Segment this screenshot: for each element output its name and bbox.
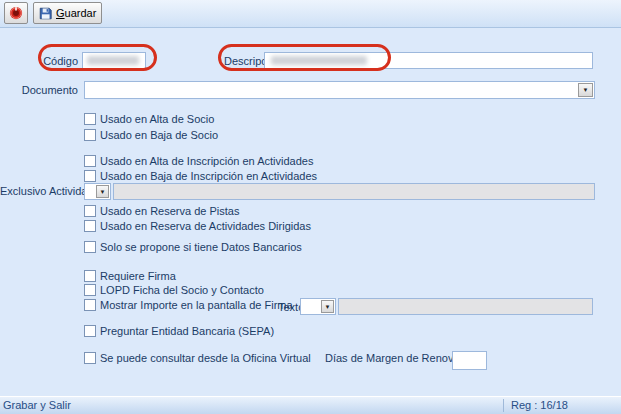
checkbox-usado-reserva-pistas[interactable] bbox=[84, 205, 96, 217]
checkbox-lopd[interactable] bbox=[84, 284, 96, 296]
checkbox-usado-alta-socio[interactable] bbox=[84, 113, 96, 125]
dropdown-arrow-icon[interactable]: ▼ bbox=[321, 300, 334, 313]
save-button[interactable]: Guardar bbox=[33, 2, 102, 24]
exit-button[interactable] bbox=[4, 2, 28, 24]
status-left-text: Grabar y Salir bbox=[3, 397, 71, 414]
exclusivo-actividad-label: Exclusivo Actividad bbox=[0, 185, 80, 198]
checkbox-usado-alta-inscripcion[interactable] bbox=[84, 155, 96, 167]
record-counter: Reg : 16/18 bbox=[511, 397, 568, 414]
exclusivo-actividad-combobox[interactable]: ▼ bbox=[84, 183, 111, 200]
dropdown-arrow-icon[interactable]: ▼ bbox=[96, 185, 109, 198]
status-bar: Grabar y Salir Reg : 16/18 bbox=[0, 396, 621, 414]
codigo-label: Código bbox=[28, 55, 78, 68]
checkbox-usado-alta-inscripcion-label: Usado en Alta de Inscripción en Activida… bbox=[100, 155, 313, 167]
form-window: Guardar Código Descripción Documento ▼ U… bbox=[0, 0, 621, 414]
checkbox-datos-bancarios-label: Solo se propone si tiene Datos Bancarios bbox=[100, 241, 302, 253]
codigo-redacted-value bbox=[87, 56, 139, 65]
checkbox-usado-baja-inscripcion[interactable] bbox=[84, 170, 96, 182]
checkbox-mostrar-importe-label: Mostrar Importe en la pantalla de Firma bbox=[100, 299, 293, 311]
checkbox-oficina-virtual[interactable] bbox=[84, 352, 96, 364]
checkbox-sepa-label: Preguntar Entidad Bancaria (SEPA) bbox=[100, 325, 274, 337]
documento-combobox[interactable]: ▼ bbox=[84, 81, 595, 99]
checkbox-usado-baja-inscripcion-label: Usado en Baja de Inscripción en Activida… bbox=[100, 170, 317, 182]
power-icon bbox=[9, 6, 23, 20]
checkbox-usado-reserva-actividades[interactable] bbox=[84, 220, 96, 232]
checkbox-usado-reserva-actividades-label: Usado en Reserva de Actividades Dirigida… bbox=[100, 220, 311, 232]
checkbox-oficina-virtual-label: Se puede consultar desde la Oficina Virt… bbox=[100, 352, 311, 364]
exclusivo-actividad-value-field bbox=[113, 183, 595, 200]
descripcion-field[interactable] bbox=[264, 52, 593, 69]
texto-value-field bbox=[338, 298, 593, 315]
documento-label: Documento bbox=[18, 84, 78, 97]
dias-margen-input[interactable] bbox=[452, 351, 487, 370]
toolbar: Guardar bbox=[0, 0, 621, 28]
texto-combobox[interactable]: ▼ bbox=[300, 298, 336, 315]
codigo-field[interactable] bbox=[82, 52, 146, 69]
checkbox-datos-bancarios[interactable] bbox=[84, 241, 96, 253]
checkbox-usado-baja-socio-label: Usado en Baja de Socio bbox=[100, 129, 218, 141]
floppy-disk-icon bbox=[39, 7, 52, 20]
checkbox-mostrar-importe[interactable] bbox=[84, 299, 96, 311]
checkbox-usado-reserva-pistas-label: Usado en Reserva de Pistas bbox=[100, 205, 239, 217]
dropdown-arrow-icon[interactable]: ▼ bbox=[578, 83, 593, 97]
save-button-label: Guardar bbox=[56, 7, 96, 19]
checkbox-requiere-firma-label: Requiere Firma bbox=[100, 270, 176, 282]
checkbox-lopd-label: LOPD Ficha del Socio y Contacto bbox=[100, 284, 264, 296]
checkbox-requiere-firma[interactable] bbox=[84, 270, 96, 282]
status-separator bbox=[503, 399, 504, 412]
checkbox-usado-alta-socio-label: Usado en Alta de Socio bbox=[100, 113, 214, 125]
checkbox-sepa[interactable] bbox=[84, 325, 96, 337]
checkbox-usado-baja-socio[interactable] bbox=[84, 129, 96, 141]
descripcion-redacted-value bbox=[271, 56, 367, 65]
